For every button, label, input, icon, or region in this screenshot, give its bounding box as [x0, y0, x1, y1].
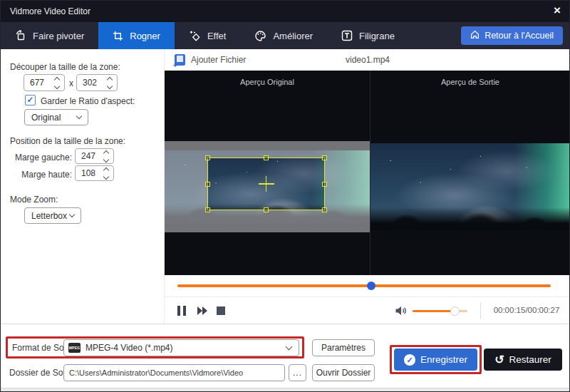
- top-margin-label: Marge haute:: [1, 170, 72, 180]
- app-window: Vidmore Video Editor × Faire pivoter Rog…: [0, 0, 570, 392]
- top-margin-value: 108: [76, 168, 102, 178]
- position-label: Position de la taille de la zone:: [10, 136, 125, 146]
- watermark-text-icon: [341, 30, 353, 41]
- volume-icon[interactable]: [395, 305, 408, 319]
- stepper-arrows-icon[interactable]: [102, 166, 113, 181]
- tab-label: Effet: [207, 31, 227, 41]
- bottom-edge-strip: [1, 388, 570, 392]
- zoom-mode-dropdown[interactable]: Letterbox: [24, 207, 81, 224]
- keep-ratio-label: Garder le Ratio d'aspect:: [41, 96, 135, 106]
- stepper-arrows-icon[interactable]: [102, 149, 113, 164]
- pause-button[interactable]: [177, 306, 186, 316]
- crop-handle-w[interactable]: [205, 182, 210, 187]
- tab-bar: Faire pivoter Rogner Effet Améliorer Fil…: [1, 22, 569, 49]
- file-bar: video1.mp4 Ajouter Fichier: [165, 49, 570, 71]
- format-annotation-box: [6, 336, 304, 359]
- controls-divider: [480, 303, 481, 319]
- time-display: 00:00:15/00:00:27: [487, 306, 566, 314]
- zoom-mode-value: Letterbox: [25, 211, 70, 221]
- seek-thumb[interactable]: [367, 282, 375, 290]
- original-preview-label: Aperçu Original: [165, 78, 370, 86]
- ratio-dropdown[interactable]: Original: [24, 109, 88, 125]
- crop-handle-nw[interactable]: [205, 155, 210, 160]
- left-margin-stepper[interactable]: 247: [75, 148, 114, 164]
- crop-width-value: 677: [24, 78, 53, 88]
- palette-icon: [254, 30, 266, 42]
- zoom-mode-label: Mode Zoom:: [10, 195, 58, 205]
- top-margin-stepper[interactable]: 108: [75, 165, 114, 181]
- output-panel: Format de Sortie: MPEG MPEG-4 Video (*.m…: [1, 324, 570, 388]
- crop-selection-box[interactable]: [207, 158, 325, 210]
- title-bar: Vidmore Video Editor ×: [1, 1, 569, 22]
- ratio-value: Original: [25, 113, 77, 123]
- crop-width-stepper[interactable]: 677: [24, 74, 65, 91]
- tab-label: Améliorer: [273, 31, 313, 41]
- crop-handle-ne[interactable]: [322, 155, 327, 160]
- left-margin-value: 247: [76, 151, 102, 161]
- tab-label: Faire pivoter: [33, 31, 84, 41]
- home-icon: [470, 30, 480, 41]
- preview-area: Aperçu Original Aperçu de Sortie: [165, 71, 570, 275]
- crop-handle-s[interactable]: [264, 207, 269, 212]
- chevron-down-icon: [69, 212, 75, 217]
- output-video-frame: [370, 143, 570, 230]
- stepper-arrows-icon[interactable]: [105, 76, 117, 91]
- seek-bar[interactable]: [177, 284, 551, 287]
- sparkle-icon: [189, 30, 201, 42]
- crop-height-value: 302: [77, 78, 105, 88]
- tab-faire-pivoter[interactable]: Faire pivoter: [1, 22, 98, 49]
- chevron-down-icon: [76, 113, 82, 119]
- rotate-icon: [15, 30, 26, 41]
- settings-button[interactable]: Paramètres: [312, 339, 375, 356]
- fast-forward-button[interactable]: [197, 306, 209, 319]
- output-preview-label: Aperçu de Sortie: [370, 78, 570, 86]
- crop-icon: [113, 31, 123, 41]
- stepper-arrows-icon[interactable]: [53, 76, 64, 91]
- times-separator: x: [69, 78, 73, 88]
- restore-button[interactable]: ↺ Restaurer: [484, 349, 562, 371]
- file-name: video1.mp4: [165, 55, 570, 65]
- tab-rogner[interactable]: Rogner: [98, 22, 175, 49]
- save-annotation-box: [390, 345, 482, 374]
- stop-button[interactable]: [217, 306, 225, 315]
- close-icon[interactable]: ×: [554, 4, 561, 18]
- tab-ameliorer[interactable]: Améliorer: [240, 22, 327, 49]
- left-margin-label: Marge gauche:: [1, 153, 72, 163]
- restore-button-label: Restaurer: [509, 354, 551, 365]
- keep-ratio-checkbox[interactable]: ✓: [25, 95, 36, 105]
- volume-slider[interactable]: [413, 310, 467, 312]
- volume-thumb[interactable]: [450, 306, 460, 316]
- film-add-icon: [175, 54, 185, 66]
- window-title: Vidmore Video Editor: [10, 6, 90, 16]
- player-controls: 00:00:15/00:00:27: [165, 296, 570, 324]
- back-to-home-button[interactable]: Retour à l'Accueil: [461, 26, 563, 45]
- crop-handle-sw[interactable]: [205, 207, 210, 212]
- crop-size-label: Découper la taille de la zone:: [10, 62, 120, 72]
- tree-silhouette: [370, 207, 570, 230]
- crop-handle-n[interactable]: [264, 155, 269, 160]
- restore-arrow-icon: ↺: [494, 354, 504, 366]
- open-folder-button[interactable]: Ouvrir Dossier: [312, 364, 375, 381]
- crop-height-stepper[interactable]: 302: [76, 74, 118, 91]
- home-button-label: Retour à l'Accueil: [484, 31, 554, 41]
- tab-filigrane[interactable]: Filigrane: [327, 22, 409, 49]
- browse-folder-button[interactable]: ...: [289, 364, 306, 381]
- original-video-frame: [165, 141, 370, 232]
- crop-handle-e[interactable]: [322, 182, 327, 187]
- seek-row: [165, 275, 570, 296]
- crop-handle-se[interactable]: [322, 207, 327, 212]
- output-folder-field[interactable]: C:\Users\Administrator\Documents\Vidmore…: [63, 364, 285, 381]
- tab-effet[interactable]: Effet: [175, 22, 241, 49]
- tab-label: Filigrane: [359, 31, 395, 41]
- volume-fill: [413, 310, 455, 312]
- tab-label: Rogner: [130, 31, 160, 41]
